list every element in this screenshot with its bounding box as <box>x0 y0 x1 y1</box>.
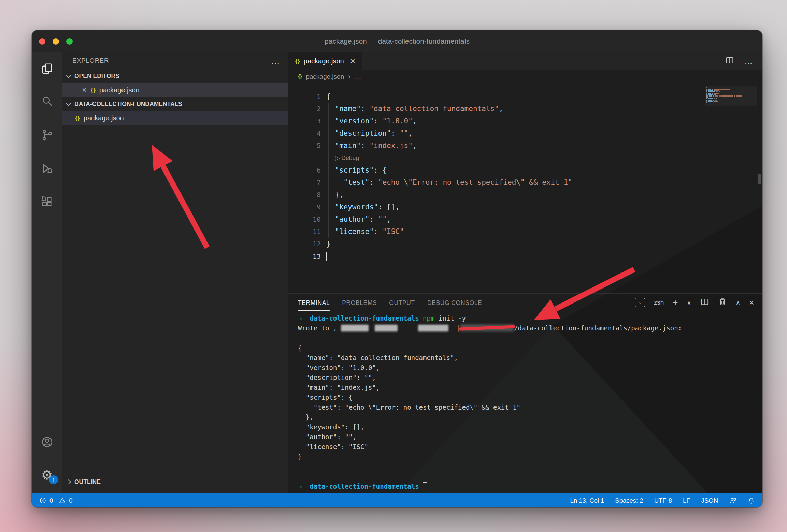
code-line[interactable]: 8 }, <box>288 189 762 201</box>
maximize-panel-icon[interactable]: ∧ <box>736 299 740 306</box>
kill-terminal-trash-icon[interactable] <box>718 297 727 308</box>
breadcrumb-file[interactable]: package.json <box>306 73 344 80</box>
status-item-spaces-2[interactable]: Spaces: 2 <box>615 497 643 504</box>
redacted-strikethrough <box>460 324 514 332</box>
chevron-down-icon <box>66 73 71 78</box>
minimap[interactable] <box>705 86 757 106</box>
panel-tab-problems[interactable]: PROBLEMS <box>342 294 377 311</box>
breadcrumb[interactable]: {} package.json › … <box>288 70 762 84</box>
extensions-icon[interactable] <box>32 190 62 214</box>
status-right: Ln 13, Col 1Spaces: 2UTF-8LFJSON <box>570 497 755 504</box>
more-actions-icon[interactable]: … <box>744 56 754 66</box>
code-line[interactable]: 13 <box>288 250 762 262</box>
terminal-line: "author": "", <box>298 432 762 442</box>
panel: TERMINALPROBLEMSOUTPUTDEBUG CONSOLE › zs… <box>288 293 762 493</box>
code-line[interactable]: 3 "version": "1.0.0", <box>288 115 762 127</box>
terminal-line: "name": "data-collection-fundamentals", <box>298 353 762 363</box>
problems-status[interactable]: 0 0 <box>39 497 73 504</box>
open-editor-item-package-json[interactable]: × {} package.json <box>62 83 288 97</box>
code-line[interactable]: 2 "name": "data-collection-fundamentals"… <box>288 103 762 115</box>
code-text: ▷ Debug <box>326 152 762 164</box>
panel-tab-debug-console[interactable]: DEBUG CONSOLE <box>427 294 482 311</box>
json-file-icon: {} <box>295 57 300 65</box>
tab-label: package.json <box>304 57 344 65</box>
run-debug-icon[interactable] <box>32 157 62 180</box>
codelens-row[interactable]: ▷ Debug <box>288 152 762 164</box>
terminal-line: "version": "1.0.0", <box>298 363 762 373</box>
code-text: } <box>326 238 762 250</box>
explorer-icon[interactable] <box>32 57 62 81</box>
line-number: 4 <box>288 127 321 139</box>
new-terminal-icon[interactable]: + <box>673 298 678 307</box>
code-line[interactable]: 1{ <box>288 90 762 103</box>
search-icon[interactable] <box>32 89 62 113</box>
line-number: 9 <box>288 201 321 213</box>
close-tab-icon[interactable]: × <box>350 57 355 65</box>
status-item-utf-8[interactable]: UTF-8 <box>654 497 672 504</box>
split-editor-icon[interactable] <box>725 56 734 66</box>
folder-name-label: DATA-COLLECTION-FUNDAMENTALS <box>74 101 182 108</box>
close-panel-icon[interactable]: × <box>749 298 754 307</box>
source-control-icon[interactable] <box>32 123 62 147</box>
code-text: "license": "ISC" <box>326 225 762 238</box>
terminal-line: Wrote to , |/data-collection-fundamental… <box>298 323 762 333</box>
code-editor[interactable]: 1{2 "name": "data-collection-fundamental… <box>288 84 762 262</box>
code-line[interactable]: 4 "description": "", <box>288 127 762 139</box>
indent-guide <box>328 225 329 238</box>
line-number: 2 <box>288 103 321 115</box>
code-text: "main": "index.js", <box>326 139 762 152</box>
tab-package-json[interactable]: {} package.json × <box>288 52 362 70</box>
terminal[interactable]: → data-collection-fundamentals npm init … <box>288 311 762 493</box>
code-text: "author": "", <box>326 213 762 225</box>
open-editors-section[interactable]: OPEN EDITORS <box>62 69 288 83</box>
indent-guide <box>328 189 329 201</box>
folder-section[interactable]: DATA-COLLECTION-FUNDAMENTALS <box>62 97 288 111</box>
account-icon[interactable] <box>32 430 62 454</box>
window-title: package.json — data-collection-fundament… <box>32 30 762 52</box>
file-item-package-json[interactable]: {} package.json <box>62 111 288 125</box>
explorer-actions-icon[interactable]: … <box>271 56 281 66</box>
launch-profile-chevron-icon[interactable]: ∨ <box>687 299 691 306</box>
tab-actions: … <box>725 52 762 70</box>
status-items: Ln 13, Col 1Spaces: 2UTF-8LFJSON <box>570 497 718 504</box>
indent-guide <box>328 139 329 152</box>
split-terminal-icon[interactable] <box>700 297 709 308</box>
notifications-bell-icon[interactable] <box>747 497 755 504</box>
code-text: }, <box>326 189 762 201</box>
code-line[interactable]: 10 "author": "", <box>288 213 762 225</box>
indent-guide <box>328 103 329 115</box>
feedback-icon[interactable] <box>729 497 736 504</box>
terminal-toolbar: › zsh + ∨ ∧ × <box>635 297 754 308</box>
code-line[interactable]: 5 "main": "index.js", <box>288 139 762 152</box>
status-item-lf[interactable]: LF <box>683 497 690 504</box>
close-editor-icon[interactable]: × <box>82 86 87 94</box>
code-line[interactable]: 12} <box>288 238 762 250</box>
terminal-line: "description": "", <box>298 373 762 383</box>
code-line[interactable]: 11 "license": "ISC" <box>288 225 762 238</box>
indent-guide <box>328 115 329 127</box>
editor-scrollbar[interactable] <box>758 174 761 184</box>
panel-tab-terminal[interactable]: TERMINAL <box>298 294 330 311</box>
code-line[interactable]: 7 "test": "echo \"Error: no test specifi… <box>288 176 762 189</box>
text-cursor <box>326 252 327 261</box>
terminal-line: "test": "echo \"Error: no test specified… <box>298 402 762 412</box>
sidebar-header: EXPLORER … <box>62 52 288 69</box>
titlebar[interactable]: package.json — data-collection-fundament… <box>32 30 762 52</box>
outline-section[interactable]: OUTLINE <box>62 475 288 489</box>
code-line[interactable]: 9 "keywords": [], <box>288 201 762 213</box>
panel-header: TERMINALPROBLEMSOUTPUTDEBUG CONSOLE › zs… <box>288 294 762 311</box>
panel-tab-output[interactable]: OUTPUT <box>389 294 415 311</box>
terminal-line: → data-collection-fundamentals <box>298 482 762 491</box>
status-item-json[interactable]: JSON <box>701 497 718 504</box>
indent-guide <box>328 164 329 176</box>
indent-guide <box>328 213 329 225</box>
terminal-line: "scripts": { <box>298 393 762 402</box>
settings-gear-icon[interactable]: ⚙ 1 <box>32 463 62 487</box>
breadcrumb-more[interactable]: … <box>355 73 361 80</box>
code-text: "scripts": { <box>326 164 762 176</box>
code-text <box>326 250 762 262</box>
shell-name[interactable]: zsh <box>654 299 664 306</box>
status-item-ln-13-col-1[interactable]: Ln 13, Col 1 <box>570 497 604 504</box>
line-number: 6 <box>288 164 321 176</box>
code-line[interactable]: 6 "scripts": { <box>288 164 762 176</box>
